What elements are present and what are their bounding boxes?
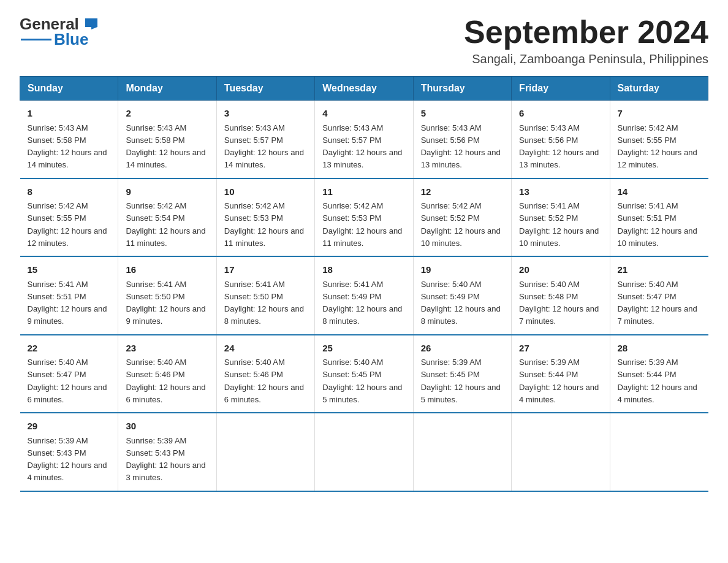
- calendar-cell: 14Sunrise: 5:41 AMSunset: 5:51 PMDayligh…: [610, 178, 708, 257]
- calendar-cell: 15Sunrise: 5:41 AMSunset: 5:51 PMDayligh…: [20, 256, 118, 335]
- calendar-cell: 22Sunrise: 5:40 AMSunset: 5:47 PMDayligh…: [20, 335, 118, 413]
- day-info: Sunrise: 5:42 AMSunset: 5:53 PMDaylight:…: [322, 201, 402, 248]
- day-info: Sunrise: 5:42 AMSunset: 5:53 PMDaylight:…: [224, 201, 304, 248]
- day-number: 1: [28, 107, 111, 121]
- day-info: Sunrise: 5:39 AMSunset: 5:44 PMDaylight:…: [519, 358, 599, 404]
- day-info: Sunrise: 5:41 AMSunset: 5:52 PMDaylight:…: [519, 201, 599, 248]
- calendar-cell: 23Sunrise: 5:40 AMSunset: 5:46 PMDayligh…: [118, 335, 216, 413]
- calendar-cell: 26Sunrise: 5:39 AMSunset: 5:45 PMDayligh…: [413, 335, 511, 413]
- day-info: Sunrise: 5:40 AMSunset: 5:47 PMDaylight:…: [618, 280, 697, 326]
- calendar-cell: 18Sunrise: 5:41 AMSunset: 5:49 PMDayligh…: [315, 256, 413, 335]
- day-info: Sunrise: 5:43 AMSunset: 5:58 PMDaylight:…: [126, 123, 205, 170]
- calendar-cell: 9Sunrise: 5:42 AMSunset: 5:54 PMDaylight…: [118, 178, 216, 257]
- day-number: 6: [519, 107, 602, 121]
- day-number: 17: [224, 263, 307, 277]
- day-number: 3: [224, 107, 307, 121]
- day-number: 30: [126, 419, 208, 434]
- calendar-week-row: 29Sunrise: 5:39 AMSunset: 5:43 PMDayligh…: [20, 413, 708, 491]
- day-info: Sunrise: 5:40 AMSunset: 5:49 PMDaylight:…: [421, 280, 501, 326]
- day-number: 9: [126, 185, 208, 199]
- day-info: Sunrise: 5:41 AMSunset: 5:51 PMDaylight:…: [28, 280, 107, 326]
- day-number: 12: [421, 185, 504, 199]
- calendar-cell: 2Sunrise: 5:43 AMSunset: 5:58 PMDaylight…: [118, 101, 216, 178]
- calendar-cell: [512, 413, 610, 491]
- calendar-header-row: SundayMondayTuesdayWednesdayThursdayFrid…: [20, 77, 708, 101]
- header-monday: Monday: [118, 77, 216, 101]
- day-number: 13: [519, 185, 602, 199]
- logo-blue-text: Blue: [54, 30, 88, 49]
- day-number: 10: [224, 185, 307, 199]
- day-info: Sunrise: 5:39 AMSunset: 5:43 PMDaylight:…: [28, 436, 107, 483]
- calendar-week-row: 22Sunrise: 5:40 AMSunset: 5:47 PMDayligh…: [20, 335, 708, 413]
- day-number: 24: [224, 342, 307, 356]
- day-info: Sunrise: 5:39 AMSunset: 5:43 PMDaylight:…: [126, 436, 205, 483]
- day-info: Sunrise: 5:41 AMSunset: 5:50 PMDaylight:…: [126, 280, 205, 326]
- day-number: 14: [618, 185, 701, 199]
- calendar-cell: 21Sunrise: 5:40 AMSunset: 5:47 PMDayligh…: [610, 256, 708, 335]
- day-number: 29: [28, 419, 111, 434]
- day-number: 7: [618, 107, 701, 121]
- calendar-cell: 3Sunrise: 5:43 AMSunset: 5:57 PMDaylight…: [216, 101, 314, 178]
- calendar-cell: 29Sunrise: 5:39 AMSunset: 5:43 PMDayligh…: [20, 413, 118, 491]
- page-header: General Blue September 2024 Sangali, Zam…: [20, 15, 708, 66]
- calendar-cell: 20Sunrise: 5:40 AMSunset: 5:48 PMDayligh…: [512, 256, 610, 335]
- day-info: Sunrise: 5:43 AMSunset: 5:57 PMDaylight:…: [322, 123, 402, 170]
- day-info: Sunrise: 5:41 AMSunset: 5:49 PMDaylight:…: [322, 280, 402, 326]
- calendar-cell: [610, 413, 708, 491]
- day-info: Sunrise: 5:39 AMSunset: 5:44 PMDaylight:…: [618, 358, 697, 404]
- day-info: Sunrise: 5:42 AMSunset: 5:54 PMDaylight:…: [126, 201, 205, 248]
- day-number: 11: [322, 185, 405, 199]
- calendar-cell: 4Sunrise: 5:43 AMSunset: 5:57 PMDaylight…: [315, 101, 413, 178]
- day-number: 18: [322, 263, 405, 277]
- header-saturday: Saturday: [610, 77, 708, 101]
- day-number: 4: [322, 107, 405, 121]
- calendar-cell: 7Sunrise: 5:42 AMSunset: 5:55 PMDaylight…: [610, 101, 708, 178]
- calendar-cell: 10Sunrise: 5:42 AMSunset: 5:53 PMDayligh…: [216, 178, 314, 257]
- calendar-week-row: 8Sunrise: 5:42 AMSunset: 5:55 PMDaylight…: [20, 178, 708, 257]
- day-info: Sunrise: 5:43 AMSunset: 5:58 PMDaylight:…: [28, 123, 107, 170]
- day-info: Sunrise: 5:40 AMSunset: 5:46 PMDaylight:…: [224, 358, 304, 404]
- day-number: 23: [126, 342, 208, 356]
- day-info: Sunrise: 5:40 AMSunset: 5:48 PMDaylight:…: [519, 280, 599, 326]
- calendar-cell: 12Sunrise: 5:42 AMSunset: 5:52 PMDayligh…: [413, 178, 511, 257]
- day-info: Sunrise: 5:40 AMSunset: 5:45 PMDaylight:…: [322, 358, 402, 404]
- calendar-cell: 17Sunrise: 5:41 AMSunset: 5:50 PMDayligh…: [216, 256, 314, 335]
- header-thursday: Thursday: [413, 77, 511, 101]
- calendar-week-row: 1Sunrise: 5:43 AMSunset: 5:58 PMDaylight…: [20, 101, 708, 178]
- day-number: 28: [618, 342, 701, 356]
- day-info: Sunrise: 5:40 AMSunset: 5:47 PMDaylight:…: [28, 358, 107, 404]
- day-number: 20: [519, 263, 602, 277]
- calendar-cell: 6Sunrise: 5:43 AMSunset: 5:56 PMDaylight…: [512, 101, 610, 178]
- calendar-cell: [413, 413, 511, 491]
- calendar-cell: 8Sunrise: 5:42 AMSunset: 5:55 PMDaylight…: [20, 178, 118, 257]
- logo: General Blue: [20, 15, 100, 49]
- day-info: Sunrise: 5:42 AMSunset: 5:55 PMDaylight:…: [618, 123, 697, 170]
- day-info: Sunrise: 5:43 AMSunset: 5:56 PMDaylight:…: [519, 123, 599, 170]
- day-number: 5: [421, 107, 504, 121]
- calendar-cell: 19Sunrise: 5:40 AMSunset: 5:49 PMDayligh…: [413, 256, 511, 335]
- day-number: 19: [421, 263, 504, 277]
- day-number: 27: [519, 342, 602, 356]
- calendar-cell: 28Sunrise: 5:39 AMSunset: 5:44 PMDayligh…: [610, 335, 708, 413]
- day-number: 21: [618, 263, 701, 277]
- day-info: Sunrise: 5:43 AMSunset: 5:57 PMDaylight:…: [224, 123, 304, 170]
- day-number: 16: [126, 263, 208, 277]
- title-block: September 2024 Sangali, Zamboanga Penins…: [464, 15, 708, 66]
- calendar-cell: 13Sunrise: 5:41 AMSunset: 5:52 PMDayligh…: [512, 178, 610, 257]
- calendar-cell: 16Sunrise: 5:41 AMSunset: 5:50 PMDayligh…: [118, 256, 216, 335]
- day-info: Sunrise: 5:43 AMSunset: 5:56 PMDaylight:…: [421, 123, 501, 170]
- calendar-cell: 11Sunrise: 5:42 AMSunset: 5:53 PMDayligh…: [315, 178, 413, 257]
- calendar-week-row: 15Sunrise: 5:41 AMSunset: 5:51 PMDayligh…: [20, 256, 708, 335]
- day-info: Sunrise: 5:42 AMSunset: 5:55 PMDaylight:…: [28, 201, 107, 248]
- day-number: 22: [28, 342, 111, 356]
- calendar-cell: 30Sunrise: 5:39 AMSunset: 5:43 PMDayligh…: [118, 413, 216, 491]
- header-tuesday: Tuesday: [216, 77, 314, 101]
- day-info: Sunrise: 5:41 AMSunset: 5:51 PMDaylight:…: [618, 201, 697, 248]
- calendar-cell: [216, 413, 314, 491]
- day-number: 8: [28, 185, 111, 199]
- calendar-cell: 24Sunrise: 5:40 AMSunset: 5:46 PMDayligh…: [216, 335, 314, 413]
- day-number: 2: [126, 107, 208, 121]
- header-wednesday: Wednesday: [315, 77, 413, 101]
- calendar-table: SundayMondayTuesdayWednesdayThursdayFrid…: [20, 76, 708, 492]
- day-number: 26: [421, 342, 504, 356]
